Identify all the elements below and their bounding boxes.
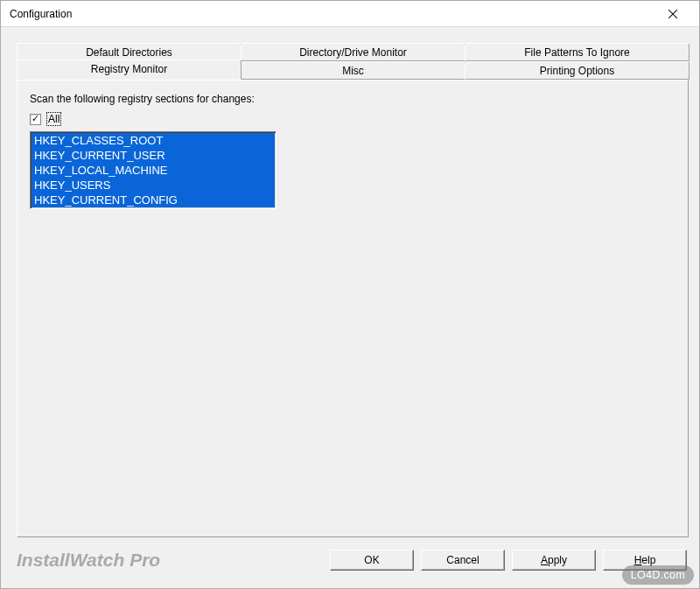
list-item[interactable]: HKEY_CURRENT_USER — [32, 148, 275, 163]
tab-printing-options[interactable]: Printing Options — [465, 61, 690, 80]
tab-default-directories[interactable]: Default Directories — [17, 43, 242, 61]
all-checkbox[interactable] — [30, 114, 41, 125]
client-area: Default Directories Directory/Drive Moni… — [1, 27, 699, 588]
button-label: OK — [364, 554, 379, 566]
list-item[interactable]: HKEY_USERS — [32, 178, 275, 193]
tab-label: Directory/Drive Monitor — [299, 46, 407, 59]
list-item[interactable]: HKEY_LOCAL_MACHINE — [32, 163, 275, 178]
window-title: Configuration — [10, 8, 654, 20]
titlebar: Configuration — [1, 1, 699, 27]
ok-button[interactable]: OK — [330, 550, 414, 571]
cancel-button[interactable]: Cancel — [421, 550, 505, 571]
tab-label: Printing Options — [540, 65, 614, 77]
tab-row-front: Registry Monitor Misc Printing Options — [17, 61, 689, 80]
tab-label: Default Directories — [86, 46, 172, 59]
tab-row-back: Default Directories Directory/Drive Moni… — [17, 43, 689, 61]
close-icon — [668, 10, 677, 18]
brand-label: InstallWatch Pro — [17, 550, 330, 571]
tab-misc[interactable]: Misc — [241, 61, 466, 80]
tab-registry-monitor[interactable]: Registry Monitor — [17, 60, 242, 80]
list-item[interactable]: HKEY_CURRENT_CONFIG — [32, 193, 275, 207]
tab-label: File Patterns To Ignore — [524, 46, 630, 59]
close-button[interactable] — [654, 2, 692, 26]
apply-button[interactable]: Apply — [512, 550, 596, 571]
tab-directory-drive-monitor[interactable]: Directory/Drive Monitor — [241, 43, 466, 61]
all-check-row: All — [30, 112, 676, 126]
tab-panel-registry-monitor: Scan the following registry sections for… — [17, 80, 689, 537]
dialog-footer: InstallWatch Pro OK Cancel Apply Help — [17, 541, 689, 579]
all-label: All — [46, 112, 61, 126]
tab-label: Registry Monitor — [91, 63, 167, 75]
tab-strip: Default Directories Directory/Drive Moni… — [17, 43, 689, 80]
button-label: Help — [634, 554, 656, 566]
list-item[interactable]: HKEY_CLASSES_ROOT — [32, 133, 275, 148]
scan-instruction-label: Scan the following registry sections for… — [30, 93, 676, 105]
button-label: Cancel — [446, 554, 479, 566]
tab-file-patterns-to-ignore[interactable]: File Patterns To Ignore — [465, 43, 690, 61]
registry-sections-listbox[interactable]: HKEY_CLASSES_ROOT HKEY_CURRENT_USER HKEY… — [30, 131, 276, 209]
watermark: LO4D.com — [622, 565, 694, 585]
button-label: Apply — [541, 554, 567, 566]
tab-label: Misc — [342, 65, 364, 77]
configuration-window: Configuration Default Directories Direct… — [0, 0, 700, 589]
